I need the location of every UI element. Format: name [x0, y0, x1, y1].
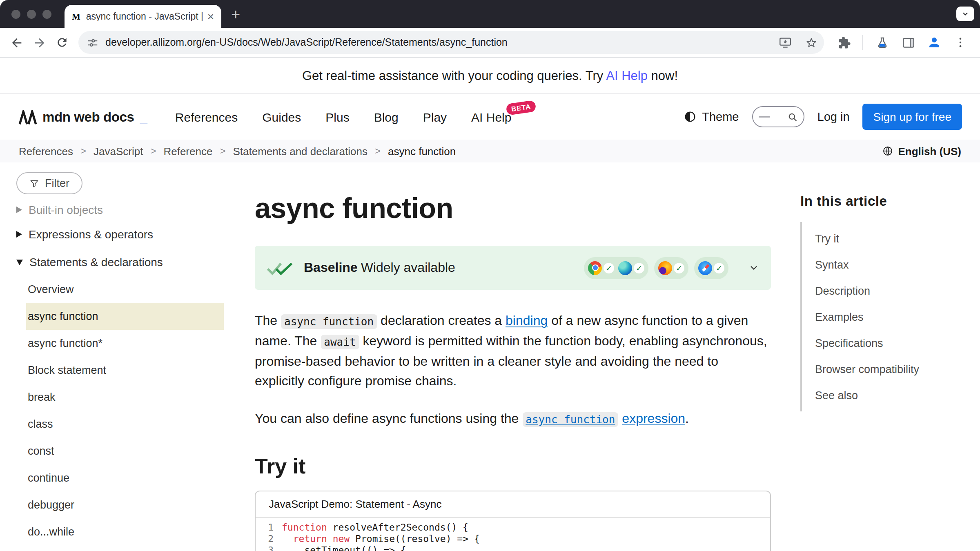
chevron-down-icon: [961, 10, 969, 18]
breadcrumb-item-statements-and-declarations[interactable]: Statements and declarations: [233, 145, 368, 157]
zoom-window-button[interactable]: [42, 9, 51, 18]
address-bar[interactable]: developer.allizom.org/en-US/docs/Web/Jav…: [78, 31, 824, 54]
search-icon[interactable]: [787, 111, 798, 122]
toc-link-browser-compatibility[interactable]: Browser compatibility: [802, 363, 919, 375]
mdn-logo[interactable]: mdn web docs_: [18, 109, 147, 124]
toc-item: Browser compatibility: [802, 356, 980, 382]
window-controls: [11, 9, 51, 18]
browser-toolbar: developer.allizom.org/en-US/docs/Web/Jav…: [0, 28, 980, 58]
async-function-expression-link[interactable]: expression: [622, 411, 685, 425]
promo-text: Get real-time assistance with your codin…: [302, 68, 678, 83]
toc-link-syntax[interactable]: Syntax: [802, 258, 849, 271]
toc-link-try-it[interactable]: Try it: [802, 232, 839, 244]
sidebar-item-async-function[interactable]: async function*: [26, 330, 224, 357]
filter-label: Filter: [45, 177, 69, 189]
browser-tab[interactable]: M async function - JavaScript | ×: [65, 5, 221, 28]
minimize-window-button[interactable]: [27, 9, 36, 18]
sidebar-item-debugger[interactable]: debugger: [26, 491, 224, 518]
toc-link-examples[interactable]: Examples: [802, 311, 864, 323]
site-settings-icon[interactable]: [87, 36, 99, 49]
sidebar-item-empty-statement[interactable]: Empty statement: [26, 545, 224, 551]
nav-references[interactable]: References: [175, 110, 238, 124]
sidebar-section-built-in-objects[interactable]: Built-in objects: [16, 199, 245, 220]
bookmark-star-icon[interactable]: [801, 33, 821, 52]
back-button[interactable]: [5, 31, 28, 54]
sidebar-section-label: Expressions & operators: [29, 228, 153, 241]
login-link[interactable]: Log in: [817, 110, 850, 123]
close-window-button[interactable]: [11, 9, 20, 18]
side-panel-icon[interactable]: [897, 31, 920, 54]
nav-guides[interactable]: Guides: [262, 110, 301, 124]
breadcrumb-item-async-function[interactable]: async function: [388, 145, 456, 157]
tab-strip: M async function - JavaScript | × +: [0, 0, 980, 28]
forward-button[interactable]: [28, 31, 51, 54]
toc-item: Specifications: [802, 330, 980, 356]
url-text[interactable]: developer.allizom.org/en-US/docs/Web/Jav…: [105, 37, 768, 48]
page-title: async function: [255, 192, 771, 224]
toc-link-description[interactable]: Description: [802, 284, 870, 297]
new-tab-button[interactable]: +: [231, 6, 240, 22]
sidebar-section-expressions-operators[interactable]: Expressions & operators: [16, 220, 245, 248]
tab-title: async function - JavaScript |: [86, 11, 203, 21]
toc-link-specifications[interactable]: Specifications: [802, 337, 883, 349]
breadcrumb-item-references[interactable]: References: [19, 145, 73, 157]
sidebar-item-class[interactable]: class: [26, 411, 224, 438]
demo-code[interactable]: 1function resolveAfter2Seconds() {2 retu…: [256, 518, 770, 551]
sidebar-item-const[interactable]: const: [26, 438, 224, 464]
breadcrumb-item-javascript[interactable]: JavaScript: [94, 145, 143, 157]
toc-list: Try itSyntaxDescriptionExamplesSpecifica…: [800, 222, 980, 411]
language-label: English (US): [898, 145, 961, 157]
extensions-icon[interactable]: [832, 31, 855, 54]
tab-close-icon[interactable]: ×: [207, 11, 214, 22]
filter-button[interactable]: Filter: [16, 172, 82, 194]
signup-button[interactable]: Sign up for free: [863, 104, 962, 130]
sidebar-item-overview[interactable]: Overview: [26, 276, 224, 303]
chrome-icon: [588, 261, 602, 275]
binding-link[interactable]: binding: [506, 313, 548, 327]
reload-button[interactable]: [51, 31, 74, 54]
edge-support: ✓: [618, 261, 644, 275]
experiments-flask-icon[interactable]: [871, 31, 893, 54]
sidebar-item-do-while[interactable]: do...while: [26, 518, 224, 545]
tab-search-button[interactable]: [956, 7, 974, 21]
check-icon: ✓: [714, 262, 724, 273]
nav-ai-help[interactable]: AI HelpBETA: [471, 110, 511, 124]
header-actions: Theme Log in Sign up for free: [683, 104, 962, 130]
baseline-browsers: ✓✓✓✓: [584, 257, 728, 279]
async-function-expression-code-link[interactable]: async function: [522, 412, 618, 427]
sidebar-item-block-statement[interactable]: Block statement: [26, 357, 224, 384]
filter-funnel-icon: [29, 178, 39, 188]
search-input[interactable]: [752, 106, 804, 127]
firefox-icon: [658, 261, 672, 275]
toc-link-see-also[interactable]: See also: [802, 389, 858, 401]
demo-title: JavaScript Demo: Statement - Async: [256, 491, 770, 518]
baseline-banner: BaselineWidely available ✓✓✓✓: [255, 246, 771, 290]
globe-icon: [882, 145, 893, 157]
secondary-paragraph: You can also define async functions usin…: [255, 409, 771, 429]
profile-avatar-icon[interactable]: [923, 31, 946, 54]
baseline-label: Baseline: [304, 260, 358, 274]
nav-play[interactable]: Play: [423, 110, 447, 124]
intro-paragraph: The async function declaration creates a…: [255, 311, 771, 391]
theme-icon: [683, 110, 696, 123]
sidebar-item-async-function[interactable]: async function: [26, 303, 224, 330]
breadcrumb-separator: >: [150, 145, 156, 157]
mdn-favicon-icon: M: [72, 11, 80, 21]
firefox-support: ✓: [658, 261, 684, 275]
toolbar-actions: [829, 31, 975, 54]
theme-toggle[interactable]: Theme: [683, 110, 739, 123]
sidebar-item-break[interactable]: break: [26, 384, 224, 411]
sidebar-section-statements-declarations[interactable]: Statements & declarations: [16, 248, 245, 276]
breadcrumb-item-reference[interactable]: Reference: [163, 145, 212, 157]
browser-menu-icon[interactable]: [949, 31, 972, 54]
sidebar-item-continue[interactable]: continue: [26, 464, 224, 491]
language-selector[interactable]: English (US): [882, 145, 961, 157]
install-icon[interactable]: [775, 33, 795, 52]
baseline-expand-chevron-icon[interactable]: [748, 262, 760, 273]
toc: In this article Try itSyntaxDescriptionE…: [784, 162, 980, 551]
interactive-example: JavaScript Demo: Statement - Async 1func…: [255, 491, 771, 551]
baseline-status: Widely available: [361, 260, 455, 274]
nav-blog[interactable]: Blog: [374, 110, 399, 124]
ai-help-link[interactable]: AI Help: [606, 68, 648, 82]
nav-plus[interactable]: Plus: [325, 110, 349, 124]
